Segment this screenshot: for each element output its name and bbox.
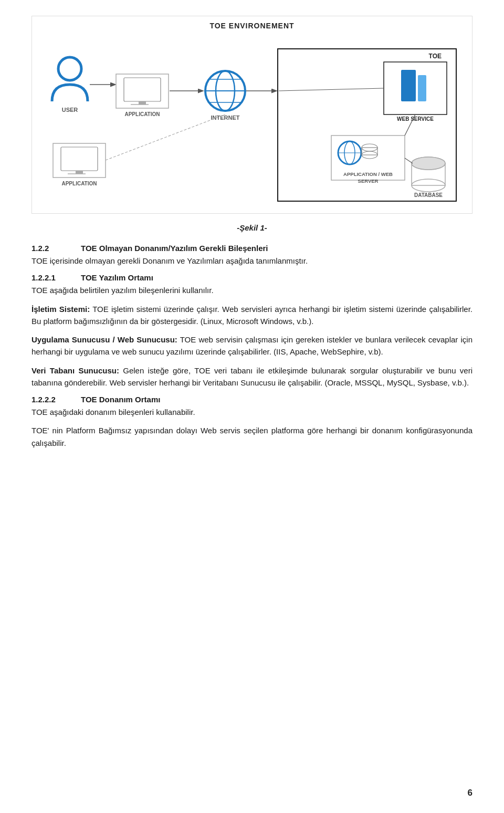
section-1222-platform: TOE' nin Platform Bağımsız yapısından do… <box>32 424 472 449</box>
svg-text:TOE: TOE <box>429 53 442 60</box>
svg-point-35 <box>412 157 445 170</box>
page-number: 6 <box>468 788 472 798</box>
section-122: 1.2.2 TOE Olmayan Donanım/Yazılım Gerekl… <box>32 244 472 267</box>
section-1222-intro: TOE aşağıdaki donanım bileşenleri kullan… <box>32 406 472 418</box>
svg-line-44 <box>405 158 413 163</box>
app-server-para: Uygulama Sunucusu / Web Sunucusu: TOE we… <box>32 333 472 358</box>
os-para: İşletim Sistemi: TOE işletim sistemi üze… <box>32 303 472 328</box>
svg-text:WEB SERVICE: WEB SERVICE <box>397 116 434 122</box>
diagram-title: TOE ENVIRONEMENT <box>209 22 294 30</box>
svg-rect-20 <box>418 75 426 101</box>
svg-line-22 <box>279 88 383 91</box>
section-1221: 1.2.2.1 TOE Yazılım Ortamı TOE aşağıda b… <box>32 273 472 389</box>
section-1222-num: 1.2.2.2 <box>32 395 68 404</box>
svg-text:APPLICATION: APPLICATION <box>61 181 97 186</box>
svg-rect-39 <box>76 171 83 174</box>
diagram-container: TOE ENVIRONEMENT USER APPLICATION <box>32 16 472 214</box>
page: TOE ENVIRONEMENT USER APPLICATION <box>0 0 504 813</box>
section-122-title: TOE Olmayan Donanım/Yazılım Gerekli Bile… <box>81 244 268 253</box>
section-1222: 1.2.2.2 TOE Donanım Ortamı TOE aşağıdaki… <box>32 395 472 449</box>
section-1221-intro: TOE aşağıda belirtilen yazılım bileşenle… <box>32 284 472 296</box>
svg-rect-19 <box>401 70 416 101</box>
figure-label: -Şekil 1- <box>32 223 472 232</box>
db-para: Veri Tabanı Sunucusu: Gelen isteğe göre,… <box>32 364 472 389</box>
svg-rect-5 <box>139 101 146 105</box>
svg-text:DATABASE: DATABASE <box>414 192 443 198</box>
app-server-label: Uygulama Sunucusu / Web Sunucusu: <box>32 335 177 344</box>
svg-rect-38 <box>61 147 98 171</box>
os-text: TOE işletim sistemi üzerinde çalışır. We… <box>32 305 472 326</box>
svg-text:APPLICATION: APPLICATION <box>124 111 160 117</box>
svg-text:INTERNET: INTERNET <box>211 114 240 121</box>
section-122-intro: TOE içerisinde olmayan gerekli Donanım v… <box>32 255 472 267</box>
section-1221-heading: 1.2.2.1 TOE Yazılım Ortamı <box>32 273 472 282</box>
diagram-svg-wrap: USER APPLICATION INTERNET <box>37 38 467 208</box>
diagram-svg: USER APPLICATION INTERNET <box>37 38 468 206</box>
os-label: İşletim Sistemi: <box>32 305 90 314</box>
svg-text:USER: USER <box>62 107 78 113</box>
svg-line-42 <box>106 114 225 160</box>
svg-text:APPLICATION / WEB: APPLICATION / WEB <box>343 171 393 177</box>
section-1221-num: 1.2.2.1 <box>32 273 68 282</box>
section-122-heading: 1.2.2 TOE Olmayan Donanım/Yazılım Gerekl… <box>32 244 472 253</box>
db-label: Veri Tabanı Sunucusu: <box>32 366 119 375</box>
svg-text:SERVER: SERVER <box>358 178 379 184</box>
section-122-num: 1.2.2 <box>32 244 68 253</box>
section-1222-title: TOE Donanım Ortamı <box>81 395 160 404</box>
section-1222-heading: 1.2.2.2 TOE Donanım Ortamı <box>32 395 472 404</box>
svg-point-0 <box>58 57 81 80</box>
section-1221-title: TOE Yazılım Ortamı <box>81 273 153 282</box>
svg-rect-4 <box>124 78 161 101</box>
